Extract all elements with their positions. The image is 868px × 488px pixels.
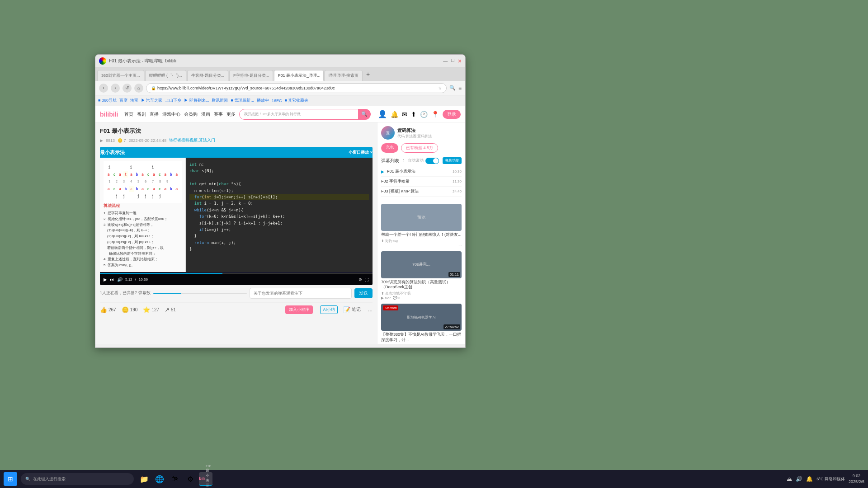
algo-step-3a: (1)s[i+k]==s[j+k]，则 k++； (104, 228, 182, 234)
tab-bilibili-main[interactable]: 哔哩哔哩 (゜-゜)... (145, 70, 186, 81)
tab-niuke[interactable]: 牛客网-题目分类... (187, 70, 229, 81)
rec-video-2[interactable]: 70s讲完... 01:11 70%讲完所有的算法知识（高量测试）（DeepSe… (381, 251, 462, 300)
search-box[interactable]: 我开战把！2G多大厅来串的 转行做游民? (239, 109, 363, 120)
playlist-item-f02[interactable]: F02 字符串哈希 11:30 (381, 177, 462, 187)
algorithm-steps: 1. 把字符串复制一遍 2. 初始化指针 i=1，j=2，匹配长度k=0； 3.… (104, 211, 182, 268)
nav-game[interactable]: 游戏中心 (162, 111, 180, 117)
coin-action[interactable]: 🪙 190 (122, 306, 138, 313)
bookmark-weibo[interactable]: ▶ 即将到来... (184, 98, 209, 103)
auto-scroll-toggle[interactable] (425, 158, 439, 164)
taskbar-app-bilibili[interactable]: bili F01 最小表示法... (199, 472, 212, 486)
charge-button[interactable]: 充电 (381, 143, 398, 153)
forward-button[interactable]: › (111, 84, 120, 93)
bookmark-more[interactable]: ■ 雪球最新... (231, 98, 254, 103)
more-options-icon[interactable]: ... (368, 306, 373, 313)
like-action[interactable]: 👍 267 (100, 306, 116, 313)
comment-input[interactable] (250, 288, 352, 299)
nav-esport[interactable]: 赛事 (214, 111, 223, 117)
more-options-rec-1[interactable]: ··· (458, 244, 462, 248)
bookmark-tieba[interactable]: ▶ 汽车之家 (141, 98, 163, 103)
tags: 转行者投稿视频,算法入门 (169, 137, 215, 143)
rec-video-3[interactable]: Stanford 斯坦福AI机器学习 27:54:52 【整整380集】不愧是A… (381, 304, 462, 344)
new-tab-btn[interactable]: + (363, 70, 373, 78)
volume-taskbar-icon[interactable]: 🔊 (796, 476, 802, 482)
minimize-btn[interactable]: ─ (443, 57, 448, 65)
star-action[interactable]: ⭐ 127 (143, 306, 159, 313)
danmaku-section: 弹幕列表 : 自动滚动 弹幕功能 (381, 157, 462, 164)
tab-bilibili-search[interactable]: 哔哩哔哩-搜索页 (325, 70, 363, 81)
login-button[interactable]: 登录 (443, 110, 461, 119)
share-action[interactable]: ↗ 51 (165, 306, 176, 313)
notification-icon[interactable]: 🔔 (391, 111, 398, 118)
notification-taskbar-icon[interactable]: 🔔 (806, 476, 813, 482)
next-button[interactable]: ⏭ (110, 277, 114, 282)
playlist-label-f01: F01 最小表示法 (387, 169, 450, 174)
history-icon[interactable]: 🕐 (420, 111, 428, 118)
playlist-item-f03[interactable]: F03 [模板] KMP 算法 24:45 (381, 187, 462, 197)
bookmark-jd[interactable]: 上山下乡 (165, 98, 181, 103)
note-action[interactable]: 📝 笔记 (343, 306, 361, 313)
code-line-10: s[i-k].s[j-k] ? i=i+k+1 : j=j+k+1; (189, 220, 369, 226)
tab-f-string[interactable]: F字符串-题目分类... (229, 70, 273, 81)
video-player[interactable]: 最小表示法 小窗口播放 × i (100, 147, 373, 285)
search-button[interactable]: 🔍 (358, 109, 371, 120)
danmaku-btn[interactable]: 弹幕功能 (443, 157, 462, 164)
taskbar-app-explorer[interactable]: 📁 (137, 472, 151, 486)
extension-menu-icon[interactable]: ≡ (458, 85, 462, 91)
nav-vip[interactable]: 会员购 (184, 111, 198, 117)
location-icon[interactable]: 📍 (431, 111, 439, 118)
start-button[interactable]: ⊞ (4, 472, 17, 486)
taskbar-app-settings[interactable]: ⚙ (184, 472, 197, 486)
bilibili-logo[interactable]: bilibili (100, 111, 118, 118)
rec-video-1[interactable]: 预览 帮助一个差一个! 冷门但效果惊人！(对决友... ⬆ 对许sky ··· (381, 204, 462, 248)
tab-f01-active[interactable]: F01 最小表示法_哔哩... (274, 70, 324, 81)
time-total: 10:36 (139, 277, 148, 282)
bookmark-taobao[interactable]: 淘宝 (130, 98, 138, 103)
taskbar: ⊞ 🔍 在此键入进行搜索 📁 🌐 🛍 ⚙ bili F01 最小表示法... (0, 470, 868, 488)
system-clock: 9:02 2025/2/5 (849, 473, 864, 484)
taskbar-search[interactable]: 🔍 在此键入进行搜索 (21, 473, 134, 485)
bookmarks-bar: ■ 360导航 百度 淘宝 ▶ 汽车之家 上山下乡 ▶ 即将到来... 腾讯新闻… (95, 95, 465, 106)
rec-up-1: ⬆ 对许sky (381, 239, 462, 244)
action-bar: 👍 267 🪙 190 ⭐ 127 ↗ 51 加入小程 (100, 302, 373, 317)
view-count-icon: ▶ (100, 138, 103, 143)
volume-icon[interactable]: 🔊 (117, 277, 123, 282)
close-btn[interactable]: × (458, 57, 462, 65)
bookmark-360[interactable]: ■ 360导航 (98, 98, 117, 103)
coin-action-count: 190 (130, 307, 138, 312)
taskbar-app-store[interactable]: 🛍 (168, 472, 182, 486)
tab-360[interactable]: 360浏览器一个主页... (97, 70, 144, 81)
bookmark-baidu[interactable]: 百度 (119, 98, 127, 103)
send-comment-button[interactable]: 发送 (354, 288, 373, 298)
comment-progress[interactable] (153, 293, 247, 294)
small-window-btn[interactable]: 小窗口播放 × (349, 150, 373, 155)
recommendations-section: 预览 帮助一个差一个! 冷门但效果惊人！(对决友... ⬆ 对许sky ··· (381, 204, 462, 344)
url-input[interactable]: 🔒 https://www.bilibili.com/video/BV1WT4y… (146, 83, 447, 93)
bookmark-video[interactable]: 播放中 (257, 98, 269, 103)
upload-icon[interactable]: ⬆ (411, 111, 416, 118)
network-icon[interactable]: ⛰ (787, 476, 792, 482)
nav-manga[interactable]: 漫画 (201, 111, 210, 117)
share-icon: ↗ (165, 306, 170, 313)
bookmark-game[interactable]: 16EC (272, 99, 282, 103)
restore-btn[interactable]: □ (451, 57, 454, 65)
fullscreen-icon[interactable]: ⛶ (365, 277, 369, 282)
collect-button[interactable]: 加入小程序 (285, 305, 313, 314)
upload-date: 2022-05-20 22:44:48 (129, 138, 167, 143)
taskbar-app-edge[interactable]: 🌐 (153, 472, 166, 486)
home-button[interactable]: ⌂ (134, 84, 143, 93)
back-button[interactable]: ‹ (99, 84, 108, 93)
ai-summary-action[interactable]: AI小结 (320, 305, 338, 314)
playlist-item-f01[interactable]: ▶ F01 最小表示法 10:36 (381, 167, 462, 177)
play-button[interactable]: ▶ (104, 277, 107, 282)
nav-home[interactable]: 首页 (124, 111, 133, 117)
bookmark-news[interactable]: 腾讯新闻 (212, 98, 228, 103)
bookmark-other[interactable]: ■ 其它收藏夹 (284, 98, 308, 103)
message-icon[interactable]: ✉ (402, 111, 407, 118)
settings-icon[interactable]: ⚙ (359, 277, 362, 282)
danmaku-toggle[interactable]: 自动滚动 (407, 158, 439, 164)
refresh-button[interactable]: ↺ (123, 84, 132, 93)
nav-anime[interactable]: 番剧 (137, 111, 146, 117)
nav-more[interactable]: 更多 (226, 111, 236, 117)
nav-live[interactable]: 直播 (150, 111, 159, 117)
